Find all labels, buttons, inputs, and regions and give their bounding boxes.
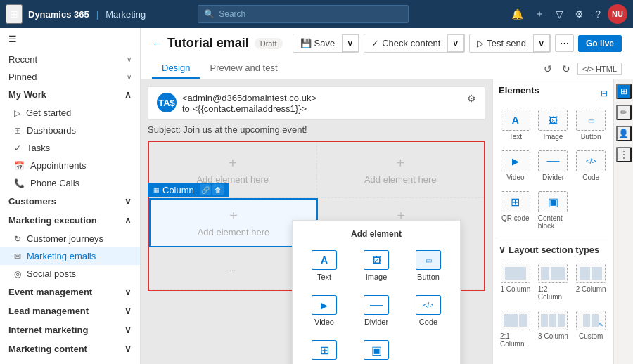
layout-3col[interactable]: 3 Column <box>537 308 570 351</box>
add-element-top-right[interactable]: + Add element here <box>364 155 437 185</box>
sidebar-my-work[interactable]: My Work ∧ <box>0 85 140 104</box>
redo-button[interactable]: ↻ <box>559 62 573 76</box>
layout-section-title[interactable]: ∨ Layout section types <box>499 245 608 255</box>
notification-icon[interactable]: 🔔 <box>507 6 528 22</box>
sidebar-item-appointments[interactable]: 📅 Appointments <box>0 157 140 174</box>
canvas-area[interactable]: TA$ <admin@d365domaintest.co.uk> to <{{c… <box>141 79 492 364</box>
sidebar-item-phone-calls[interactable]: 📞 Phone Calls <box>0 174 140 192</box>
back-button[interactable]: ← <box>152 38 162 49</box>
element-video[interactable]: ▶ Video <box>499 148 532 184</box>
sidebar-item-tasks[interactable]: ✓ Tasks <box>0 139 140 157</box>
image-icon: 🖼 <box>364 250 389 270</box>
extra-tab-button[interactable]: ⋮ <box>616 147 632 162</box>
element-image[interactable]: 🖼 Image <box>537 107 570 143</box>
undo-button[interactable]: ↺ <box>541 62 555 76</box>
column-delete-icon[interactable]: 🗑 <box>212 184 224 195</box>
sidebar-item-dashboards[interactable]: ⊞ Dashboards <box>0 122 140 139</box>
check-dropdown-button[interactable]: ∨ <box>447 34 464 52</box>
page-tabs: Design Preview and test <box>152 58 288 79</box>
content-area: ← Tutorial email Draft 💾 Save ∨ ✓ <box>141 28 633 364</box>
add-element-top-left[interactable]: + Add element here <box>196 155 269 185</box>
video-icon: ▶ <box>312 295 337 315</box>
style-tab-button[interactable]: ✏ <box>616 105 632 120</box>
sidebar-internet-marketing[interactable]: Internet marketing ∨ <box>0 320 140 339</box>
sidebar-marketing-templates[interactable]: Marketing templates ∨ <box>0 358 140 364</box>
chevron-down-icon: ∨ <box>127 73 132 81</box>
sidebar-item-social-posts[interactable]: ◎ Social posts <box>0 265 140 282</box>
sidebar-customers[interactable]: Customers ∨ <box>0 192 140 211</box>
page-header-top: ← Tutorial email Draft 💾 Save ∨ ✓ <box>152 34 622 53</box>
html-button[interactable]: </> HTML <box>577 63 622 75</box>
settings-icon[interactable]: ⚙ <box>570 6 588 22</box>
sidebar-event-management[interactable]: Event management ∨ <box>0 282 140 301</box>
app-title: Dynamics 365 <box>28 9 89 20</box>
panel-title: Elements <box>499 85 539 96</box>
test-dropdown-button[interactable]: ∨ <box>533 34 550 52</box>
tab-design[interactable]: Design <box>152 58 200 79</box>
popup-button-item[interactable]: ▭ Button <box>405 246 452 285</box>
more-options-button[interactable]: ⋯ <box>555 34 574 52</box>
element-content-block[interactable]: ▣ Content block <box>537 188 570 233</box>
element-button[interactable]: ▭ Button <box>574 107 608 143</box>
layout-12col-icon <box>538 264 568 283</box>
sidebar-toggle[interactable]: ☰ <box>0 28 140 50</box>
sidebar-item-get-started[interactable]: ▷ Get started <box>0 104 140 122</box>
personalise-tab-button[interactable]: 👤 <box>616 126 632 141</box>
email-icon: ✉ <box>14 252 21 261</box>
go-live-button[interactable]: Go live <box>578 35 622 52</box>
element-text[interactable]: A Text <box>499 107 532 143</box>
test-action-group: ▷ Test send ∨ <box>469 34 551 53</box>
email-subject: Subject: Join us at the upcoming event! <box>148 124 485 135</box>
sidebar-marketing-exec[interactable]: Marketing execution ∧ <box>0 211 140 230</box>
popup-title: Add element <box>301 229 452 239</box>
panel-toggle-button[interactable]: ⊟ <box>601 89 608 98</box>
search-input[interactable] <box>219 9 402 19</box>
chevron-down-icon: ∨ <box>124 196 132 207</box>
add-icon[interactable]: ＋ <box>530 5 549 23</box>
dashboard-icon: ⊞ <box>14 126 21 136</box>
filter-icon[interactable]: ▽ <box>551 6 568 22</box>
popup-qr-item[interactable]: ⊞ QR code <box>301 336 347 364</box>
add-element-selected[interactable]: + Add element here <box>198 208 270 238</box>
section-cell-2[interactable]: + Add element here <box>317 142 485 197</box>
avatar[interactable]: NU <box>608 4 627 24</box>
layout-21col[interactable]: 2:1 Column <box>499 308 532 351</box>
sidebar-recent[interactable]: Recent ∨ <box>0 50 140 67</box>
sidebar-item-marketing-emails[interactable]: ✉ Marketing emails <box>0 247 140 265</box>
check-content-button[interactable]: ✓ Check content <box>364 35 447 51</box>
elements-tab-button[interactable]: ⊞ <box>616 84 632 99</box>
element-qr[interactable]: ⊞ QR code <box>499 188 532 233</box>
layout-12col[interactable]: 1:2 Column <box>537 261 570 304</box>
email-settings-button[interactable]: ⚙ <box>467 93 476 104</box>
element-divider[interactable]: — Divider <box>537 148 570 184</box>
save-dropdown-button[interactable]: ∨ <box>342 34 359 52</box>
column-link-icon[interactable]: 🔗 <box>200 184 211 195</box>
layout-1col[interactable]: 1 Column <box>499 261 532 304</box>
panel-divider <box>499 240 608 240</box>
test-send-button[interactable]: ▷ Test send <box>470 35 533 51</box>
popup-video-item[interactable]: ▶ Video <box>301 291 347 330</box>
grid-icon[interactable]: ⊞ <box>6 4 23 24</box>
sidebar-item-customer-journeys[interactable]: ↻ Customer journeys <box>0 230 140 247</box>
chevron-up-icon: ∧ <box>124 89 132 100</box>
tab-preview[interactable]: Preview and test <box>200 58 287 79</box>
save-button[interactable]: 💾 Save <box>293 35 343 51</box>
sidebar-pinned[interactable]: Pinned ∨ <box>0 67 140 85</box>
popup-divider-item[interactable]: — Divider <box>353 291 399 330</box>
help-icon[interactable]: ? <box>591 6 605 22</box>
popup-text-item[interactable]: A Text <box>301 246 347 285</box>
email-header-bar: TA$ <admin@d365domaintest.co.uk> to <{{c… <box>148 86 485 120</box>
popup-content-block-item[interactable]: ▣ Content block <box>353 336 399 364</box>
element-code[interactable]: </> Code <box>574 148 608 184</box>
plus-icon: + <box>229 208 238 224</box>
sidebar-lead-management[interactable]: Lead management ∨ <box>0 301 140 320</box>
layout-2col[interactable]: 2 Column <box>574 261 608 304</box>
button-element-icon: ▭ <box>576 110 606 131</box>
chevron-down-icon: ∨ <box>124 306 132 316</box>
page-header-actions: 💾 Save ∨ ✓ Check content ∨ <box>293 34 622 53</box>
layout-custom[interactable]: ✎ Custom <box>574 308 608 351</box>
sidebar-marketing-content[interactable]: Marketing content ∨ <box>0 339 140 358</box>
popup-image-item[interactable]: 🖼 Image <box>353 246 399 285</box>
popup-code-item[interactable]: </> Code <box>405 291 452 330</box>
sender-avatar: TA$ <box>157 93 177 112</box>
